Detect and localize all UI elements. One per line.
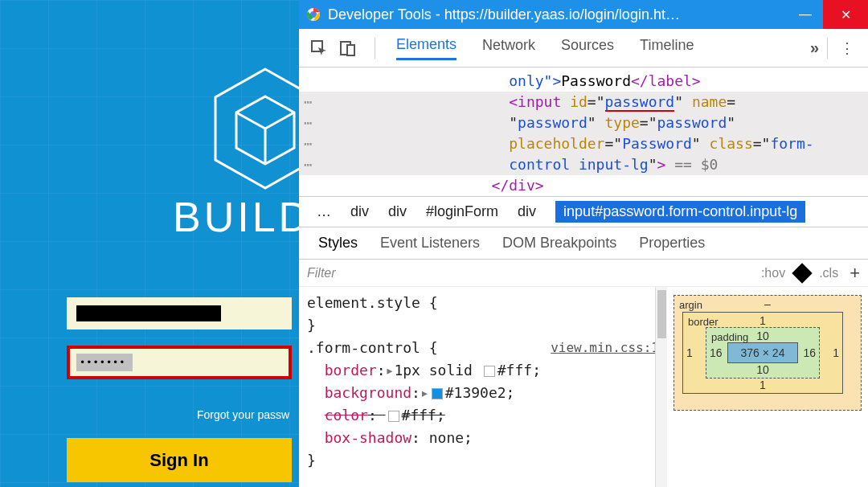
styles-rules[interactable]: element.style { } .form-control {view.mi… [299, 287, 667, 487]
chrome-icon [305, 6, 321, 23]
styles-toolbar: Filter :hov .cls + [299, 260, 868, 287]
dom-line-selected[interactable]: <input id="password" name= [299, 92, 868, 113]
login-form: ••••••• [67, 297, 292, 395]
box-content[interactable]: 376 × 24 [727, 342, 798, 363]
dom-tree[interactable]: only">Password</label> <input id="passwo… [299, 68, 868, 197]
device-toolbar-icon[interactable] [338, 38, 358, 59]
color-swatch-icon[interactable] [432, 388, 443, 399]
svg-line-3 [265, 113, 294, 129]
box-padding[interactable]: padding 10 16 16 10 376 × 24 [706, 327, 820, 379]
rule-line[interactable]: background:▸#1390e2; [307, 382, 659, 404]
username-field[interactable] [67, 297, 292, 329]
dom-line-selected[interactable]: placeholder="Password" class="form- [299, 133, 868, 154]
inspect-element-icon[interactable] [309, 38, 330, 59]
devtools-menu-icon[interactable]: ⋮ [836, 39, 858, 57]
devtools-tabs: Elements Network Sources Timeline » ⋮ [299, 29, 868, 68]
crumb[interactable]: div [388, 203, 407, 220]
tab-sources[interactable]: Sources [561, 37, 614, 59]
forgot-password-link[interactable]: Forgot your passw [197, 408, 289, 421]
subtab-dom-breakpoints[interactable]: DOM Breakpoints [502, 235, 616, 252]
scrollbar[interactable] [655, 287, 667, 487]
box-model: argin – border 1 1 1 1 padding 10 16 16 … [667, 287, 868, 487]
rule-line[interactable]: box-shadow: none; [307, 427, 659, 449]
crumb[interactable]: div [350, 203, 369, 220]
rule-line[interactable]: color: #fff; [307, 404, 659, 427]
dom-breadcrumbs: … div div #loginForm div input#password.… [299, 197, 868, 227]
box-margin[interactable]: argin – border 1 1 1 1 padding 10 16 16 … [674, 295, 862, 411]
window-minimize-button[interactable]: — [788, 0, 823, 29]
dom-line[interactable]: </div> [299, 175, 868, 196]
box-border[interactable]: border 1 1 1 1 padding 10 16 16 10 376 ×… [682, 312, 843, 394]
password-value: ••••••• [76, 354, 133, 371]
tab-network[interactable]: Network [482, 37, 535, 59]
tab-elements[interactable]: Elements [396, 36, 457, 60]
tab-timeline[interactable]: Timeline [640, 37, 694, 59]
styles-filter-input[interactable]: Filter [307, 266, 468, 280]
rule-source-link[interactable]: view.min.css:1 [551, 337, 659, 359]
svg-rect-9 [347, 45, 354, 55]
styles-body: element.style { } .form-control {view.mi… [299, 287, 868, 487]
crumb[interactable]: div [518, 203, 536, 220]
rule-line[interactable]: } [307, 449, 659, 472]
divider [375, 38, 375, 59]
hov-toggle[interactable]: :hov [761, 266, 785, 280]
subtab-event-listeners[interactable]: Event Listeners [380, 235, 480, 252]
subtab-styles[interactable]: Styles [318, 235, 358, 252]
rule-line[interactable]: border:▸1px solid #fff; [307, 359, 659, 382]
login-panel: BUILD ••••••• Forgot your passw Sign In [0, 0, 299, 487]
brand-title: BUILD [173, 193, 299, 241]
cls-toggle[interactable]: .cls [819, 266, 838, 280]
rule-line[interactable]: element.style { [307, 292, 659, 314]
rule-line[interactable]: .form-control {view.min.css:1 [307, 337, 659, 359]
divider [827, 38, 828, 59]
styles-subtabs: Styles Event Listeners DOM Breakpoints P… [299, 227, 868, 260]
dom-line[interactable]: only">Password</label> [299, 71, 868, 92]
crumb[interactable]: … [317, 203, 331, 220]
new-style-rule-button[interactable]: + [850, 263, 860, 284]
svg-marker-0 [215, 69, 299, 188]
dom-line-selected[interactable]: control input-lg"> == $0 [299, 154, 868, 175]
subtab-properties[interactable]: Properties [639, 235, 705, 252]
window-titlebar: Developer Tools - https://builder.yaas.i… [299, 0, 868, 29]
builder-logo-icon [209, 64, 299, 196]
sign-in-button[interactable]: Sign In [67, 438, 292, 482]
devtools-window: Developer Tools - https://builder.yaas.i… [299, 0, 868, 487]
rule-line[interactable]: } [307, 314, 659, 337]
dom-line-selected[interactable]: "password" type="password" [299, 113, 868, 133]
window-title: Developer Tools - https://builder.yaas.i… [328, 6, 788, 23]
window-close-button[interactable]: ✕ [823, 0, 868, 29]
crumb[interactable]: #loginForm [426, 203, 498, 220]
tabs-overflow-icon[interactable]: » [810, 39, 819, 57]
crumb-selected[interactable]: input#password.form-control.input-lg [555, 201, 805, 223]
username-value-redacted [76, 305, 221, 321]
element-states-icon[interactable] [792, 263, 812, 283]
svg-line-2 [236, 113, 265, 129]
password-field[interactable]: ••••••• [67, 346, 292, 379]
